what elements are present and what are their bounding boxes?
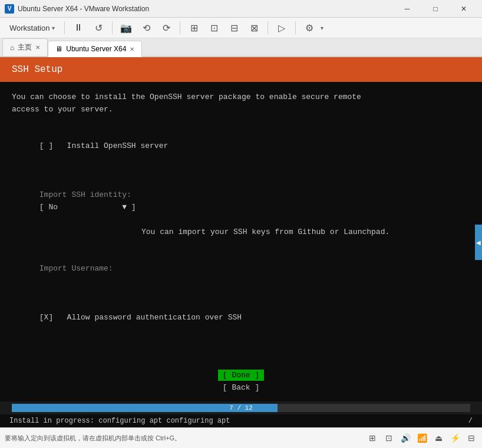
tab-vm-label: Ubuntu Server X64 [66, 45, 126, 53]
tab-home[interactable]: ⌂ 主页 ✕ [2, 38, 48, 56]
vm-icon: 🖥 [55, 45, 62, 53]
import-identity-dropdown[interactable]: [ No ▼ ] [39, 203, 136, 212]
audio-icon[interactable]: 🔊 [400, 432, 411, 444]
unity-btn[interactable]: ⊠ [245, 19, 263, 37]
allow-password-row[interactable]: [X] Allow password authentication over S… [12, 300, 470, 337]
import-identity-label: Import SSH identity: [39, 190, 131, 199]
power-icon[interactable]: ⚡ [449, 432, 461, 444]
right-sidebar-btn[interactable]: ◀ [475, 225, 482, 260]
system-bar-message: 要将输入定向到该虚拟机，请在虚拟机内部单击或按 Ctrl+G。 [5, 434, 367, 443]
status-text: Install in progress: configuring apt con… [9, 417, 230, 425]
tab-home-label: 主页 [18, 42, 32, 52]
progress-area: 7 / 12 [0, 401, 482, 414]
tab-vm[interactable]: 🖥 Ubuntu Server X64 ✕ [48, 41, 142, 57]
window-title: Ubuntu Server X64 - VMware Workstation [18, 5, 149, 13]
import-username-label: Import Username: [39, 264, 113, 273]
fullscreen-btn[interactable]: ⊟ [225, 19, 243, 37]
minimize-button[interactable]: ─ [394, 0, 421, 18]
toolbar-separator-5 [295, 21, 296, 34]
revert-btn[interactable]: ⟲ [137, 19, 155, 37]
system-bar: 要将输入定向到该虚拟机，请在虚拟机内部单击或按 Ctrl+G。 ⊞ ⊡ 🔊 📶 … [0, 427, 482, 448]
home-icon: ⌂ [10, 44, 14, 52]
toolbar-separator-3 [180, 21, 180, 34]
ssh-header: SSH Setup [0, 57, 482, 82]
import-identity-row: Import SSH identity: [ No ▼ ] [12, 177, 470, 226]
buttons-area: [ Done ] [ Back ] [0, 370, 482, 401]
terminal-content[interactable]: You can choose to install the OpenSSH se… [0, 82, 482, 370]
vmware-icon [5, 4, 14, 14]
tab-vm-close[interactable]: ✕ [130, 46, 134, 52]
manage-btn[interactable]: ⟳ [157, 19, 175, 37]
desc-line-2: access to your server. [12, 104, 470, 116]
tabs-bar: ⌂ 主页 ✕ 🖥 Ubuntu Server X64 ✕ [0, 38, 482, 57]
settings-arrow: ▾ [321, 25, 323, 31]
vm-status-icon[interactable]: ⊡ [383, 432, 395, 444]
fit-btn[interactable]: ⊞ [185, 19, 203, 37]
progress-text: 7 / 12 [12, 404, 470, 412]
pause-btn[interactable]: ⏸ [70, 19, 87, 37]
title-bar-controls: ─ □ ✕ [394, 0, 477, 18]
import-username-row: Import Username: [12, 251, 470, 287]
reset-btn[interactable]: ↺ [90, 19, 107, 37]
maximize-button[interactable]: □ [422, 0, 449, 18]
title-bar: Ubuntu Server X64 - VMware Workstation ─… [0, 0, 482, 18]
tab-home-close[interactable]: ✕ [35, 44, 40, 51]
network-status-icon[interactable]: 📶 [416, 432, 428, 444]
restore-icon[interactable]: ⊟ [466, 432, 477, 444]
ssh-header-title: SSH Setup [12, 64, 62, 75]
status-indicator: / [468, 417, 473, 425]
workstation-menu[interactable]: Workstation ▾ [5, 21, 60, 35]
title-bar-left: Ubuntu Server X64 - VMware Workstation [5, 4, 149, 14]
usb-icon[interactable]: ⏏ [433, 432, 444, 444]
toolbar-separator-4 [268, 21, 268, 34]
system-bar-right: ⊞ ⊡ 🔊 📶 ⏏ ⚡ ⊟ [367, 432, 477, 444]
back-button[interactable]: [ Back ] [223, 383, 259, 392]
install-checkbox-text: [ ] Install OpenSSH server [39, 141, 168, 150]
network-icon[interactable]: ⊞ [367, 432, 378, 444]
workstation-label: Workstation [9, 24, 49, 32]
workstation-arrow: ▾ [52, 25, 55, 31]
allow-password-checkbox: [X] Allow password authentication over S… [39, 313, 242, 322]
menu-bar: Workstation ▾ ⏸ ↺ 📷 ⟲ ⟳ ⊞ ⊡ ⊟ ⊠ ▷ ⚙ ▾ [0, 18, 482, 38]
vm-area[interactable]: SSH Setup You can choose to install the … [0, 57, 482, 427]
snapshot-btn[interactable]: 📷 [117, 19, 135, 37]
terminal-btn[interactable]: ▷ [273, 19, 290, 37]
install-checkbox[interactable]: [ ] Install OpenSSH server [12, 128, 470, 164]
import-hint: You can import your SSH keys from Github… [12, 226, 470, 239]
status-bar: Install in progress: configuring apt con… [0, 414, 482, 427]
desc-line-1: You can choose to install the OpenSSH se… [12, 91, 470, 104]
stretch-btn[interactable]: ⊡ [205, 19, 223, 37]
toolbar-separator [64, 21, 65, 34]
close-button[interactable]: ✕ [450, 0, 477, 18]
progress-bar-outer: 7 / 12 [12, 404, 470, 412]
toolbar-separator-2 [112, 21, 113, 34]
done-button[interactable]: [ Done ] [218, 370, 264, 381]
settings-btn[interactable]: ⚙ [301, 19, 318, 37]
